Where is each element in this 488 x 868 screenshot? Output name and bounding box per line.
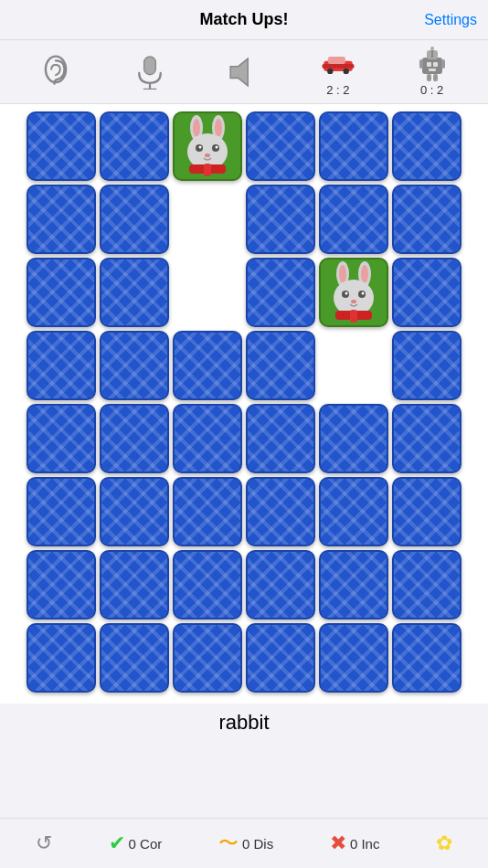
robot-score-group[interactable]: 0 : 2 <box>415 47 450 97</box>
card[interactable] <box>100 111 169 181</box>
card[interactable] <box>246 331 315 400</box>
fire-icon: 〜 <box>218 830 239 857</box>
svg-rect-16 <box>429 69 436 71</box>
ear-button[interactable] <box>38 55 73 90</box>
svg-point-28 <box>199 146 202 149</box>
card-empty <box>173 258 242 327</box>
svg-rect-15 <box>433 62 438 67</box>
svg-point-13 <box>430 47 434 50</box>
card-empty <box>173 185 242 254</box>
car-score-label: 2 : 2 <box>326 83 349 97</box>
card[interactable] <box>27 404 96 473</box>
card[interactable] <box>100 404 169 473</box>
svg-point-42 <box>351 300 356 303</box>
svg-rect-20 <box>433 74 438 81</box>
grid-row-4 <box>5 331 483 400</box>
svg-rect-32 <box>204 164 211 176</box>
svg-rect-18 <box>441 59 445 69</box>
grid-row-6 <box>5 477 483 546</box>
card[interactable] <box>392 404 461 473</box>
refresh-item[interactable]: ↺ <box>36 831 52 855</box>
card[interactable] <box>392 111 461 181</box>
card[interactable] <box>319 111 388 181</box>
card[interactable] <box>246 111 315 181</box>
mic-icon <box>133 55 167 90</box>
speaker-button[interactable] <box>227 55 261 90</box>
grid-row-3 <box>5 258 483 327</box>
card[interactable] <box>27 258 96 327</box>
svg-rect-6 <box>328 57 345 64</box>
card[interactable] <box>100 258 169 327</box>
grid-row-7 <box>5 550 483 619</box>
card[interactable] <box>100 185 169 254</box>
card[interactable] <box>246 477 315 546</box>
grid-row-8 <box>5 623 483 693</box>
card[interactable] <box>319 404 388 473</box>
car-score-group[interactable]: 2 : 2 <box>321 47 355 97</box>
card[interactable] <box>27 185 96 254</box>
svg-point-24 <box>215 119 222 137</box>
card[interactable] <box>392 623 461 693</box>
card[interactable] <box>100 550 169 619</box>
dismiss-label: 0 Dis <box>242 836 273 852</box>
card[interactable] <box>392 331 461 400</box>
card[interactable] <box>100 623 169 693</box>
card[interactable] <box>246 258 315 327</box>
card[interactable] <box>246 185 315 254</box>
card-rabbit-2[interactable] <box>319 258 388 327</box>
svg-rect-19 <box>427 74 431 81</box>
card[interactable] <box>392 550 461 619</box>
card[interactable] <box>246 550 315 619</box>
correct-item: ✔ 0 Cor <box>109 831 163 855</box>
flower-icon[interactable]: ✿ <box>436 831 452 855</box>
card[interactable] <box>27 550 96 619</box>
svg-rect-10 <box>422 58 442 74</box>
card[interactable] <box>100 331 169 400</box>
card[interactable] <box>173 477 242 546</box>
card[interactable] <box>246 623 315 693</box>
game-area <box>0 104 488 704</box>
card[interactable] <box>173 331 242 400</box>
correct-label: 0 Cor <box>129 836 163 852</box>
refresh-icon[interactable]: ↺ <box>36 831 52 855</box>
card[interactable] <box>173 404 242 473</box>
header: Match Ups! Settings <box>0 0 488 40</box>
mic-button[interactable] <box>133 55 167 90</box>
incorrect-item: ✖ 0 Inc <box>330 831 380 855</box>
flower-item[interactable]: ✿ <box>436 831 452 855</box>
settings-button[interactable]: Settings <box>424 12 477 28</box>
card[interactable] <box>27 623 96 693</box>
card[interactable] <box>319 185 388 254</box>
card[interactable] <box>173 623 242 693</box>
svg-rect-9 <box>322 64 354 69</box>
grid-row-2 <box>5 185 483 254</box>
svg-point-30 <box>205 153 210 157</box>
check-icon: ✔ <box>109 831 125 855</box>
grid-row-1 <box>5 111 483 181</box>
card[interactable] <box>319 477 388 546</box>
card[interactable] <box>100 477 169 546</box>
svg-point-22 <box>193 119 200 137</box>
card[interactable] <box>246 404 315 473</box>
rabbit-image <box>178 115 237 177</box>
card[interactable] <box>27 477 96 546</box>
card[interactable] <box>392 185 461 254</box>
card[interactable] <box>392 258 461 327</box>
x-icon: ✖ <box>330 831 346 855</box>
card[interactable] <box>173 550 242 619</box>
card-rabbit-1[interactable] <box>173 111 242 181</box>
svg-marker-4 <box>230 58 248 86</box>
robot-score-label: 0 : 2 <box>420 83 443 97</box>
svg-point-29 <box>216 146 218 149</box>
card[interactable] <box>27 111 96 181</box>
svg-point-7 <box>327 69 333 74</box>
card[interactable] <box>392 477 461 546</box>
card[interactable] <box>27 331 96 400</box>
car-icon <box>321 47 355 81</box>
svg-point-40 <box>345 292 348 295</box>
card[interactable] <box>319 623 388 693</box>
grid-row-5 <box>5 404 483 473</box>
toolbar: 2 : 2 0 : 2 <box>0 40 488 104</box>
card[interactable] <box>319 550 388 619</box>
svg-point-36 <box>361 265 368 283</box>
